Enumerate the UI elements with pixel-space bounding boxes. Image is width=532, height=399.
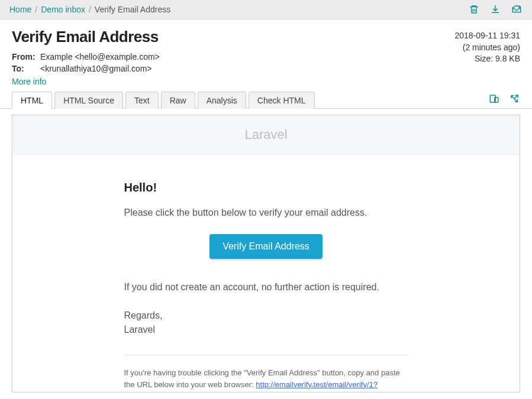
to-value: <krunallathiya10@gmail.com>: [40, 64, 152, 73]
tab-raw[interactable]: Raw: [161, 92, 195, 109]
topbar-actions: [468, 4, 523, 15]
tab-html[interactable]: HTML: [12, 92, 52, 109]
tab-check-html[interactable]: Check HTML: [249, 92, 315, 109]
responsive-icon[interactable]: [488, 93, 500, 105]
page-title: Verify Email Address: [12, 28, 160, 46]
tab-text[interactable]: Text: [125, 92, 159, 109]
tab-html-source[interactable]: HTML Source: [54, 92, 123, 109]
verify-email-button[interactable]: Verify Email Address: [209, 234, 323, 259]
header-left: Verify Email Address From: Example <hell…: [12, 28, 160, 86]
size: Size: 9.8 KB: [454, 53, 520, 65]
from-value: Example <hello@example.com>: [40, 52, 160, 61]
divider: [124, 355, 408, 355]
tabs: HTML HTML Source Text Raw Analysis Check…: [12, 91, 315, 108]
open-new-window-icon[interactable]: [508, 93, 520, 105]
breadcrumb: Home / Demo inbox / Verify Email Address: [9, 5, 170, 14]
header-area: Verify Email Address From: Example <hell…: [0, 20, 532, 91]
email-greeting: Hello!: [124, 179, 408, 196]
breadcrumb-home[interactable]: Home: [9, 5, 31, 14]
from-label: From:: [12, 52, 40, 61]
breadcrumb-inbox[interactable]: Demo inbox: [41, 5, 85, 14]
email-body: Hello! Please click the button below to …: [112, 155, 420, 392]
relative-time: (2 minutes ago): [454, 42, 520, 54]
from-row: From: Example <hello@example.com>: [12, 51, 160, 63]
email-signoff: Regards, Laravel: [124, 309, 408, 337]
email-footnote: If you're having trouble clicking the "V…: [124, 367, 408, 392]
sign-from: Laravel: [124, 323, 408, 337]
email-viewport[interactable]: Laravel Hello! Please click the button b…: [12, 115, 520, 392]
email-intro: Please click the button below to verify …: [124, 206, 408, 220]
forward-mail-icon[interactable]: [511, 4, 523, 15]
tabs-actions: [488, 93, 520, 108]
datetime: 2018-09-11 19:31: [454, 30, 520, 42]
breadcrumb-current: Verify Email Address: [95, 5, 170, 14]
topbar: Home / Demo inbox / Verify Email Address: [0, 0, 532, 20]
header-right-meta: 2018-09-11 19:31 (2 minutes ago) Size: 9…: [454, 28, 520, 65]
sign-regards: Regards,: [124, 309, 408, 323]
email-outro: If you did not create an account, no fur…: [124, 280, 408, 294]
tab-analysis[interactable]: Analysis: [198, 92, 246, 109]
tabs-row: HTML HTML Source Text Raw Analysis Check…: [0, 91, 532, 109]
trash-icon[interactable]: [468, 4, 480, 15]
content-wrap: Laravel Hello! Please click the button b…: [0, 109, 532, 392]
download-icon[interactable]: [489, 4, 501, 15]
to-label: To:: [12, 64, 40, 73]
email-brand: Laravel: [12, 115, 520, 155]
breadcrumb-sep: /: [89, 5, 91, 14]
to-row: To: <krunallathiya10@gmail.com>: [12, 63, 160, 74]
breadcrumb-sep: /: [35, 5, 37, 14]
more-info-link[interactable]: More info: [12, 74, 160, 86]
